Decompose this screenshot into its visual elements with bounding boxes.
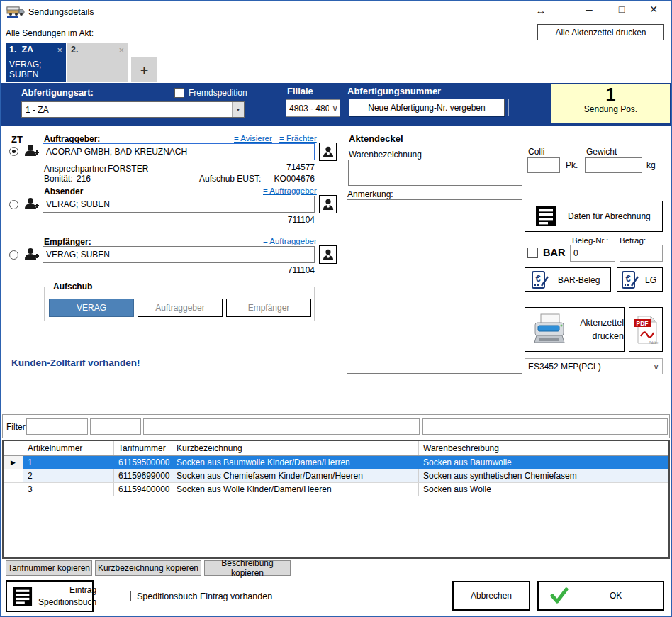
aufschub-auftraggeber-button[interactable]: Auftraggeber [138,299,223,317]
aufschub-verag-button[interactable]: VERAG [49,299,134,317]
header-warenbeschreibung[interactable]: Warenbeschreibung [419,441,668,455]
absender-number: 711104 [244,215,315,225]
aufschub-empfaenger-button[interactable]: Empfänger [226,299,311,317]
kunden-zolltarif-note: Kunden-Zolltarif vorhanden! [11,357,140,368]
cell-warenbeschreibung: Socken aus synthetischen Chemiefasem [419,469,668,482]
tab-shipment-1[interactable]: 1. ZA × VERAG; SUBEN [6,43,66,82]
bar-beleg-button[interactable]: € BAR-Beleg [525,267,611,292]
speditionsbuch-checkbox[interactable] [121,591,131,601]
tab1-close-icon[interactable]: × [57,45,62,55]
filter-artikelnummer-input[interactable] [26,418,88,435]
aufschub-label: Aufschub [50,282,95,291]
abbrechen-button[interactable]: Abbrechen [452,581,530,611]
zt-label: ZT [11,134,23,145]
empfaenger-auftraggeber-link[interactable]: = Auftraggeber [263,237,317,245]
beleg-nr-input[interactable] [570,245,615,262]
avisierer-link[interactable]: = Avisierer [234,134,272,143]
neue-abfertigung-button[interactable]: Neue Abfertigung-Nr. vergeben [349,99,505,116]
close-button[interactable]: ✕ [646,4,661,15]
list-icon [535,206,556,227]
add-shipment-tab-button[interactable]: + [131,57,157,82]
auftraggeber-input[interactable] [43,143,315,160]
abfertigungsart-select[interactable]: 1 - ZA ▼ [21,101,245,118]
tab1-name-line2: SUBEN [9,70,62,79]
pdf-button[interactable]: PDF Adobe [629,307,663,352]
table-row[interactable]: ▶ 1 61159500000 Socken aus Baumwolle Kin… [4,456,668,469]
filter-label: Filter: [6,422,28,432]
tab2-close-icon[interactable]: × [118,45,124,55]
sendung-pos-value: 1 [551,84,670,104]
auftraggeber-label: Auftraggeber: [44,134,100,144]
ansprechpartner-label: Ansprechpartner: [44,164,109,174]
row-selector [4,483,23,496]
header-selector [4,441,23,455]
bar-checkbox[interactable] [527,248,538,258]
ok-button[interactable]: OK [537,581,664,611]
printer-value: ES3452 MFP(PCL) [528,362,650,372]
aufschub-group: Aufschub VERAG Auftraggeber Empfänger [44,287,315,321]
aktenzettel-drucken-button[interactable]: Aktenzettel drucken [525,307,625,352]
svg-text:€: € [535,273,540,284]
bar-beleg-label: BAR-Beleg [558,275,600,285]
absender-contact-button[interactable] [319,195,337,213]
fraechter-link[interactable]: = Frächter [279,134,317,143]
speditionsbuch-checkbox-label: Speditionsbuch Eintrag vorhanden [137,591,272,601]
fremdspedition-checkbox[interactable] [174,88,184,98]
daten-abrechnung-button[interactable]: Daten für Abrechnung [525,201,663,232]
add-contact-icon[interactable] [23,246,40,263]
aktendeckel-title: Aktendeckel [349,133,403,144]
filter-warenbeschreibung-input[interactable] [422,418,668,435]
empfaenger-input[interactable] [43,246,315,263]
cell-kurzbezeichnung: Socken aus Wolle Kinder/Damen/Heeren [172,483,419,496]
eintrag-speditionsbuch-button[interactable]: Eintrag Speditionsbuch [6,580,94,612]
svg-text:€: € [625,273,630,284]
gewicht-label: Gewicht [586,147,617,157]
cell-kurzbezeichnung: Socken aus Chemiefasem Kinder/Damen/Heer… [172,469,419,482]
auftraggeber-number: 714577 [244,162,315,172]
dropdown-arrow-icon[interactable]: ▼ [232,102,244,117]
betrag-input[interactable] [620,245,663,262]
articles-table: Artikelnummer Tarifnummer Kurzbezeichnun… [2,440,670,559]
empfaenger-radio[interactable] [9,250,18,260]
auftraggeber-radio[interactable] [9,147,18,156]
gewicht-input[interactable] [585,157,642,173]
colli-input[interactable] [527,157,560,173]
table-row[interactable]: 2 61159699000 Socken aus Chemiefasem Kin… [4,469,668,483]
header-tarifnummer[interactable]: Tarifnummer [114,441,172,455]
resize-icon[interactable]: ↔ [534,4,547,16]
lg-button[interactable]: € LG [617,267,663,292]
chevron-down-icon: ∨ [329,104,338,113]
kurzbezeichnung-kopieren-button[interactable]: Kurzbezeichnung kopieren [95,560,201,576]
absender-radio[interactable] [9,200,18,209]
svg-text:Adobe: Adobe [649,341,659,345]
absender-auftraggeber-link[interactable]: = Auftraggeber [263,187,317,195]
empfaenger-contact-button[interactable] [319,245,337,264]
minimize-button[interactable]: – [581,3,597,17]
table-row[interactable]: 3 61159400000 Socken aus Wolle Kinder/Da… [4,483,668,496]
anmerkung-textarea[interactable] [347,199,522,374]
maximize-button[interactable]: □ [614,4,629,15]
cell-warenbeschreibung: Socken aus Baumwolle [419,456,668,469]
cell-artikelnummer: 3 [23,483,114,496]
add-contact-icon[interactable] [23,196,40,213]
filiale-select[interactable]: 4803 - 480 ∨ [286,99,340,117]
printer-select[interactable]: ES3452 MFP(PCL) ∨ [525,358,663,374]
ansprechpartner-value: FORSTER [108,164,148,174]
absender-input[interactable] [43,196,315,213]
tab-shipment-2[interactable]: 2. × [67,43,128,82]
sendung-pos-box: 1 Sendung Pos. [551,84,670,123]
tarifnummer-kopieren-button[interactable]: Tarifnummer kopieren [6,560,92,576]
header-artikelnummer[interactable]: Artikelnummer [23,441,114,455]
absender-label: Absender [44,187,83,196]
filter-tarifnummer-input[interactable] [90,418,141,435]
auftraggeber-contact-button[interactable] [319,143,337,161]
table-header-row: Artikelnummer Tarifnummer Kurzbezeichnun… [4,441,668,456]
print-all-aktenzettel-button[interactable]: Alle Aktenzettel drucken [537,24,664,40]
header-kurzbezeichnung[interactable]: Kurzbezeichnung [172,441,419,455]
filiale-label: Filiale [287,86,313,96]
filter-kurzbezeichnung-input[interactable] [143,418,420,435]
beschreibung-kopieren-button[interactable]: Beschreibung kopieren [204,560,291,576]
anmerkung-label: Anmerkung: [347,189,393,199]
add-contact-icon[interactable] [23,143,40,160]
warenbezeichnung-input[interactable] [348,160,522,186]
